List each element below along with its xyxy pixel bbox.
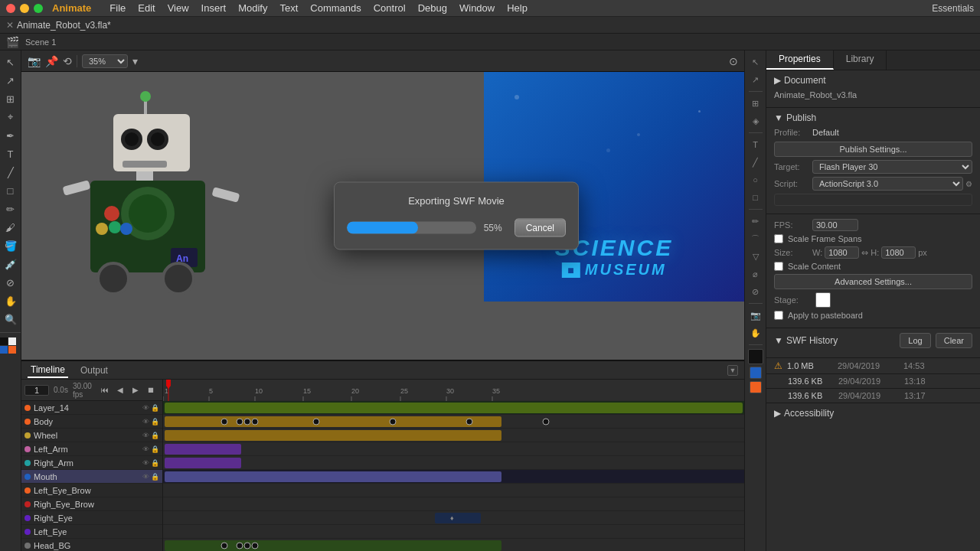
swf-log-button[interactable]: Log (900, 333, 930, 348)
menu-commands[interactable]: Commands (304, 1, 367, 15)
eye-icon[interactable]: 👁 (142, 404, 149, 412)
layer-Head_BG[interactable]: Head_BG (21, 539, 162, 551)
eyedropper-tool[interactable]: 💉 (2, 256, 19, 272)
camera-icon[interactable]: 📷 (28, 55, 41, 67)
text-tool-right[interactable]: T (747, 136, 764, 153)
tab-timeline[interactable]: Timeline (28, 363, 68, 378)
bucket-tool-right[interactable]: ▽ (747, 248, 764, 265)
hand-tool[interactable]: ✋ (2, 292, 19, 309)
eye-icon[interactable]: 👁 (142, 473, 149, 481)
pin-icon[interactable]: 📌 (45, 55, 58, 67)
menu-modify[interactable]: Modify (232, 1, 273, 15)
camera-tool-right[interactable]: 📷 (747, 307, 764, 324)
eye-icon[interactable]: 👁 (142, 459, 149, 467)
fill-color[interactable] (8, 337, 16, 345)
scale-frames-checkbox[interactable] (774, 234, 783, 243)
menu-file[interactable]: File (103, 1, 132, 15)
menu-view[interactable]: View (162, 1, 195, 15)
first-frame-button[interactable]: ⏮ (98, 383, 112, 397)
width-input[interactable] (825, 246, 859, 259)
publish-settings-button[interactable]: Publish Settings... (774, 142, 972, 157)
document-tab[interactable]: Animate_Robot_v3.fla* (17, 20, 111, 31)
play-button[interactable]: ▶ (129, 383, 142, 397)
select-tool[interactable]: ↖ (2, 54, 19, 70)
stage-color-swatch[interactable] (815, 292, 831, 308)
eyedropper-tool-right[interactable]: ⌀ (747, 266, 764, 282)
layer-Layer_14[interactable]: Layer_14 👁 🔒 (21, 401, 162, 415)
hand-tool-right[interactable]: ✋ (747, 324, 764, 341)
stroke-color-swatch[interactable] (748, 349, 763, 364)
cancel-export-button[interactable]: Cancel (514, 219, 566, 237)
layer-Right_Eye[interactable]: Right_Eye (21, 511, 162, 525)
zoom-select[interactable]: 35% 50% 100% (82, 54, 128, 68)
prev-frame-button[interactable]: ◀ (113, 383, 127, 397)
collapse-timeline-button[interactable]: ▼ (727, 365, 738, 376)
menu-window[interactable]: Window (453, 1, 501, 15)
layer-Left_Eye[interactable]: Left_Eye (21, 525, 162, 539)
target-dropdown[interactable]: Flash Player 30 (812, 160, 972, 174)
pencil-tool[interactable]: ✏ (2, 201, 19, 217)
close-button[interactable] (6, 4, 15, 13)
free-transform-tool[interactable]: ⊞ (2, 90, 19, 107)
scale-content-checkbox[interactable] (774, 262, 783, 271)
eraser-tool-right[interactable]: ⊘ (747, 283, 764, 300)
stop-button[interactable]: ⏹ (144, 383, 158, 397)
layer-Mouth[interactable]: Mouth 👁 🔒 (21, 470, 162, 484)
tab-library[interactable]: Library (834, 51, 887, 70)
script-dropdown[interactable]: ActionScript 3.0 (812, 177, 963, 191)
lock-icon[interactable]: 🔒 (151, 459, 159, 467)
pen-tool[interactable]: ✒ (2, 127, 19, 144)
rect-tool-right[interactable]: □ (747, 189, 764, 206)
subselect-tool[interactable]: ↗ (2, 72, 19, 89)
maximize-button[interactable] (34, 4, 43, 13)
tab-properties[interactable]: Properties (766, 51, 834, 70)
alt-color-swatch[interactable] (750, 381, 762, 393)
select-tool-right[interactable]: ↖ (747, 54, 764, 70)
color-swatch-orange[interactable] (8, 346, 16, 354)
scene-name[interactable]: Scene 1 (25, 37, 56, 47)
subselect-tool-right[interactable]: ↗ (747, 71, 764, 88)
pencil-tool-right[interactable]: ✏ (747, 213, 764, 230)
accessibility-section[interactable]: ▶ Accessibility (766, 403, 980, 423)
paint-bucket-tool[interactable]: 🪣 (2, 237, 19, 254)
lock-icon[interactable]: 🔒 (151, 473, 159, 481)
brush-tool[interactable]: 🖌 (2, 219, 19, 236)
eye-icon[interactable]: 👁 (142, 418, 149, 425)
frame-number-input[interactable] (24, 385, 49, 396)
layer-Body[interactable]: Body 👁 🔒 (21, 415, 162, 429)
layer-Wheel[interactable]: Wheel 👁 🔒 (21, 429, 162, 442)
lock-icon[interactable]: 🔒 (151, 432, 159, 439)
menu-help[interactable]: Help (501, 1, 534, 15)
rotate-icon[interactable]: ⟲ (63, 55, 72, 67)
tab-output[interactable]: Output (77, 364, 111, 377)
line-tool[interactable]: ╱ (2, 164, 19, 181)
script-settings-icon[interactable]: ⚙ (965, 180, 972, 188)
menu-insert[interactable]: Insert (195, 1, 233, 15)
zoom-dropdown-icon[interactable]: ▾ (132, 55, 138, 67)
gradient-right[interactable]: ◈ (747, 112, 764, 129)
line-tool-right[interactable]: ╱ (747, 154, 764, 171)
minimize-button[interactable] (20, 4, 29, 13)
brush-tool-right[interactable]: ⌒ (747, 230, 764, 247)
color-swatch-blue[interactable] (0, 346, 8, 354)
layer-Left_Eye_Brow[interactable]: Left_Eye_Brow (21, 484, 162, 497)
lasso-tool[interactable]: ⌖ (2, 109, 19, 126)
link-icon[interactable]: ⇔ (861, 248, 868, 258)
apply-pasteboard-checkbox[interactable] (774, 311, 783, 320)
shape-tool-right[interactable]: ○ (747, 171, 764, 188)
layer-Left_Arm[interactable]: Left_Arm 👁 🔒 (21, 442, 162, 456)
fill-color-swatch[interactable] (750, 367, 762, 379)
menu-text[interactable]: Text (273, 1, 304, 15)
lock-icon[interactable]: 🔒 (151, 404, 159, 412)
free-transform-right[interactable]: ⊞ (747, 95, 764, 112)
rect-tool[interactable]: □ (2, 182, 19, 199)
layer-Righ_Eye_Brow[interactable]: Righ_Eye_Brow (21, 497, 162, 511)
workspace-label[interactable]: Essentials (932, 3, 974, 14)
menu-debug[interactable]: Debug (412, 1, 453, 15)
swf-clear-button[interactable]: Clear (936, 333, 972, 348)
advanced-settings-button[interactable]: Advanced Settings... (774, 274, 972, 289)
stroke-color[interactable] (0, 337, 8, 345)
layer-Right_Arm[interactable]: Right_Arm 👁 🔒 (21, 456, 162, 470)
zoom-tool[interactable]: 🔍 (2, 311, 19, 328)
tab-close-icon[interactable]: ✕ (6, 20, 14, 31)
